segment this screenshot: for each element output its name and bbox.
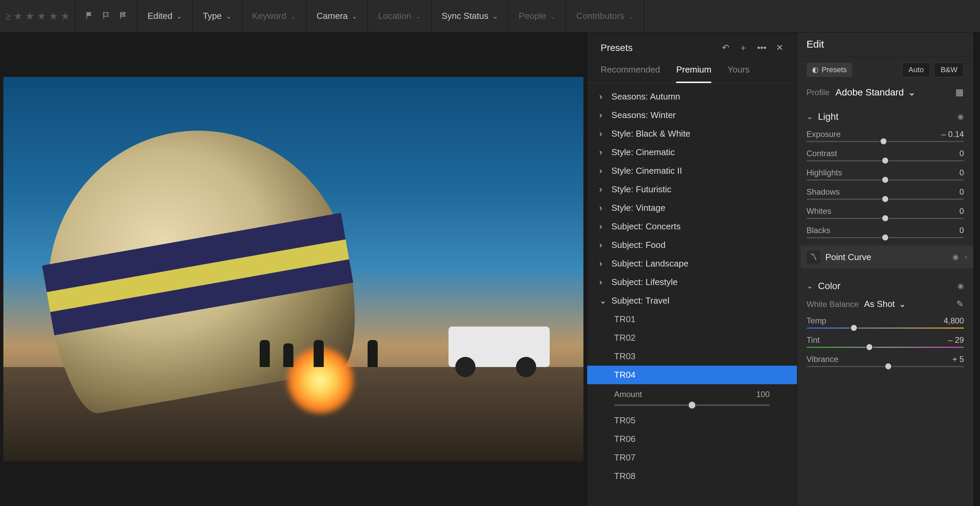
filter-sync-status[interactable]: Sync Status⌄ bbox=[432, 0, 509, 32]
profile-browser-icon[interactable]: ▦ bbox=[955, 87, 964, 97]
filter-contributors[interactable]: Contributors⌄ bbox=[566, 0, 644, 32]
light-slider-0-slider[interactable] bbox=[807, 141, 964, 142]
star-2-icon[interactable]: ★ bbox=[25, 10, 34, 22]
star-1-icon[interactable]: ★ bbox=[13, 10, 22, 22]
preset-item[interactable]: TR06 bbox=[614, 430, 797, 448]
preset-group[interactable]: ›Subject: Landscape bbox=[587, 255, 797, 273]
preset-list[interactable]: ›Seasons: Autumn ›Seasons: Winter ›Style… bbox=[587, 83, 797, 506]
light-slider-1-slider[interactable] bbox=[807, 160, 964, 161]
close-icon[interactable]: ✕ bbox=[776, 43, 783, 53]
color-slider-2-thumb[interactable] bbox=[884, 362, 892, 371]
presets-button[interactable]: ◐ Presets bbox=[807, 63, 853, 77]
preset-item[interactable]: TR08 bbox=[614, 467, 797, 485]
preset-group[interactable]: ›Subject: Food bbox=[587, 236, 797, 255]
color-slider-1-thumb[interactable] bbox=[865, 343, 873, 351]
preset-item[interactable]: TR07 bbox=[614, 448, 797, 467]
light-slider-2-value: 0 bbox=[959, 168, 964, 177]
amount-slider-thumb[interactable] bbox=[687, 401, 697, 409]
color-slider-2-slider[interactable] bbox=[807, 366, 964, 367]
edit-title: Edit bbox=[807, 38, 824, 50]
preset-group[interactable]: ›Subject: Lifestyle bbox=[587, 273, 797, 291]
light-slider-2-slider[interactable] bbox=[807, 180, 964, 180]
light-slider-1-thumb[interactable] bbox=[881, 156, 889, 165]
profile-dropdown[interactable]: Adobe Standard ⌄ bbox=[836, 87, 916, 98]
light-slider-5-thumb[interactable] bbox=[881, 234, 889, 242]
visibility-toggle-icon[interactable]: ◉ bbox=[958, 112, 964, 121]
light-slider-3-thumb[interactable] bbox=[881, 195, 889, 203]
preset-group[interactable]: ›Style: Vintage bbox=[587, 199, 797, 217]
filter-edited[interactable]: Edited⌄ bbox=[137, 0, 192, 32]
more-icon[interactable]: ••• bbox=[757, 43, 766, 53]
amount-slider[interactable] bbox=[614, 404, 770, 406]
preset-group[interactable]: ›Style: Black & White bbox=[587, 124, 797, 143]
preset-item-selected[interactable]: TR04 bbox=[587, 366, 797, 384]
chevron-down-icon: ⌄ bbox=[290, 12, 296, 20]
preset-group[interactable]: ›Style: Futuristic bbox=[587, 180, 797, 199]
amount-value: 100 bbox=[756, 390, 770, 399]
preset-group[interactable]: ›Style: Cinematic bbox=[587, 143, 797, 162]
scrollbar[interactable] bbox=[973, 32, 980, 506]
preset-group[interactable]: ›Seasons: Winter bbox=[587, 106, 797, 124]
light-slider-1-label: Contrast bbox=[807, 149, 837, 158]
star-3-icon[interactable]: ★ bbox=[37, 10, 46, 22]
color-slider-2-label: Vibrance bbox=[807, 355, 838, 364]
chevron-right-icon: › bbox=[599, 277, 606, 287]
preset-group[interactable]: ›Style: Cinematic II bbox=[587, 162, 797, 180]
light-slider-5-slider[interactable] bbox=[807, 237, 964, 238]
color-slider-0-slider[interactable] bbox=[807, 328, 964, 329]
filter-keyword[interactable]: Keyword⌄ bbox=[242, 0, 307, 32]
star-4-icon[interactable]: ★ bbox=[49, 10, 58, 22]
undo-icon[interactable]: ↶ bbox=[722, 43, 729, 53]
eyedropper-icon[interactable]: ✎ bbox=[956, 299, 964, 309]
auto-button[interactable]: Auto bbox=[902, 62, 930, 77]
preset-group[interactable]: ›Seasons: Autumn bbox=[587, 88, 797, 106]
tab-premium[interactable]: Premium bbox=[676, 64, 711, 83]
preset-item[interactable]: TR01 bbox=[614, 310, 797, 329]
preset-item[interactable]: TR03 bbox=[614, 347, 797, 366]
add-preset-icon[interactable]: ＋ bbox=[739, 42, 748, 54]
preset-group[interactable]: ›Subject: Concerts bbox=[587, 217, 797, 236]
chevron-right-icon: › bbox=[599, 203, 606, 213]
chevron-right-icon: › bbox=[599, 165, 606, 176]
light-slider-3-slider[interactable] bbox=[807, 199, 964, 200]
point-curve-button[interactable]: 〽 Point Curve ◉ ‹ bbox=[800, 245, 974, 269]
compare-gte-icon[interactable]: ≥ bbox=[5, 10, 11, 22]
light-slider-2-thumb[interactable] bbox=[881, 176, 889, 184]
light-slider-4-slider[interactable] bbox=[807, 218, 964, 219]
chevron-down-icon: ⌄ bbox=[550, 12, 556, 20]
preset-group-open[interactable]: ⌄Subject: Travel bbox=[587, 291, 797, 310]
section-light-header[interactable]: ⌄ Light ◉ bbox=[807, 107, 964, 126]
tab-recommended[interactable]: Recommended bbox=[601, 64, 660, 83]
visibility-toggle-icon[interactable]: ◉ bbox=[952, 253, 959, 261]
flag-pick-icon[interactable] bbox=[85, 11, 94, 21]
filter-camera[interactable]: Camera⌄ bbox=[307, 0, 368, 32]
light-slider-0-label: Exposure bbox=[807, 129, 841, 139]
visibility-toggle-icon[interactable]: ◉ bbox=[958, 282, 964, 290]
preset-item[interactable]: TR05 bbox=[614, 411, 797, 430]
filter-people[interactable]: People⌄ bbox=[509, 0, 566, 32]
color-slider-0-thumb[interactable] bbox=[850, 324, 858, 332]
chevron-right-icon: › bbox=[599, 221, 606, 232]
star-5-icon[interactable]: ★ bbox=[61, 10, 70, 22]
presets-title: Presets bbox=[601, 43, 633, 53]
wb-dropdown[interactable]: As Shot ⌄ bbox=[864, 299, 951, 309]
filter-location[interactable]: Location⌄ bbox=[368, 0, 431, 32]
image-canvas[interactable] bbox=[0, 32, 587, 506]
tab-yours[interactable]: Yours bbox=[727, 64, 750, 83]
chevron-down-icon: ⌄ bbox=[352, 12, 358, 20]
light-slider-4-thumb[interactable] bbox=[881, 214, 889, 222]
chevron-left-icon[interactable]: ‹ bbox=[965, 253, 967, 261]
light-slider-4-label: Whites bbox=[807, 207, 831, 216]
bw-button[interactable]: B&W bbox=[934, 62, 964, 77]
chevron-down-icon: ⌄ bbox=[177, 12, 182, 20]
section-color-header[interactable]: ⌄ Color ◉ bbox=[807, 277, 964, 296]
flag-unflag-icon[interactable] bbox=[102, 11, 111, 21]
profile-label: Profile bbox=[807, 88, 830, 97]
light-slider-0-thumb[interactable] bbox=[880, 137, 888, 145]
preset-item[interactable]: TR02 bbox=[614, 329, 797, 347]
chevron-down-icon: ⌄ bbox=[492, 12, 498, 20]
chevron-right-icon: › bbox=[599, 110, 606, 121]
filter-type[interactable]: Type⌄ bbox=[192, 0, 242, 32]
flag-reject-icon[interactable] bbox=[119, 11, 127, 21]
color-slider-1-slider[interactable] bbox=[807, 347, 964, 348]
